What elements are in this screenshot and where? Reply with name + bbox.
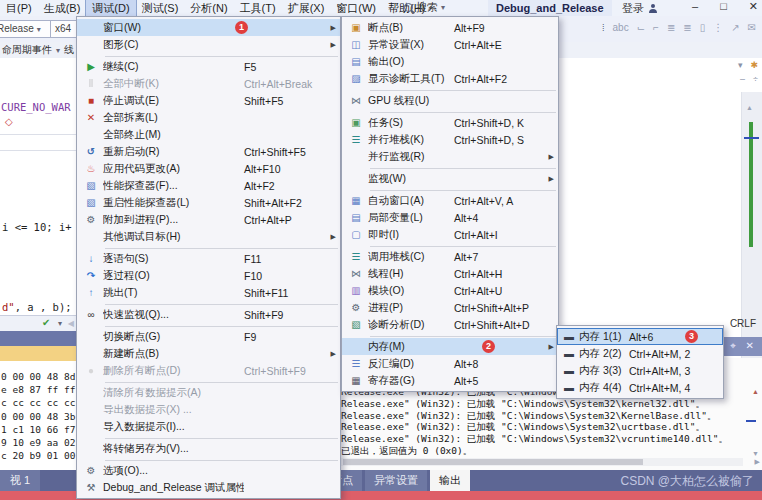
menu-item[interactable]: 选项(O)... (77, 462, 340, 479)
hex-row: 1 c1 10 66 f7 (0, 423, 76, 436)
scroll-right-icon[interactable]: ▶ (755, 458, 760, 466)
menu-item[interactable]: 快速监视(Q)... Shift+F9 (77, 306, 340, 323)
menu-item[interactable]: 自动窗口(A) Ctrl+Alt+V, A (342, 192, 558, 209)
menu-item[interactable]: 诊断分析(D) Ctrl+Shift+Alt+D (342, 316, 558, 333)
menu-item[interactable]: 停止调试(E) Shift+F5 (77, 92, 340, 109)
toolbar-icon[interactable]: ✉ (748, 22, 756, 33)
menu-item[interactable]: 继续(C) F5 (77, 58, 340, 75)
panel-tab[interactable]: 输出 (430, 470, 470, 491)
toolbar-icon[interactable]: ⌙ (637, 22, 645, 33)
menubar-item[interactable]: 扩展(X) (282, 0, 331, 17)
menu-item[interactable]: 内存(M) 2 ▶ (342, 338, 558, 355)
menu-item-icon (79, 78, 103, 89)
pin-icon[interactable]: ⌖ (730, 340, 736, 352)
toolbar-icon[interactable]: ≣ (667, 22, 675, 33)
menu-item[interactable]: 逐过程(O) F10 (77, 267, 340, 284)
toolbar-icon[interactable]: abc (613, 22, 629, 33)
toolbar-icon[interactable]: ⌐ (653, 22, 659, 33)
menu-item[interactable]: 异常设置(X) Ctrl+Alt+E (342, 36, 558, 53)
menu-item[interactable]: 全部拆离(L) (77, 109, 340, 126)
menu-item[interactable]: 内存 3(3) Ctrl+Alt+M, 3 (557, 362, 723, 379)
scroll-up-icon[interactable]: ▲ (752, 388, 759, 395)
menu-item[interactable]: 并行监视(R) ▶ (342, 148, 558, 165)
menu-item[interactable]: 导出数据提示(X) ... (77, 401, 340, 418)
menu-item[interactable]: 任务(S) Ctrl+Shift+D, K (342, 114, 558, 131)
minimize-button[interactable]: – (692, 0, 698, 13)
memory-hex-panel[interactable]: 0 00 00 48 8d e e8 87 ff ff c cc cc cc c… (0, 361, 76, 470)
close-icon[interactable]: ✕ (746, 340, 754, 351)
menubar-item[interactable]: 调试(D) (86, 0, 135, 17)
scroll-up-icon[interactable]: ▲ (746, 104, 753, 111)
menu-item[interactable]: 断点(B) Alt+F9 (342, 19, 558, 36)
vs-window: 目(P) 生成(B) 调试(D) 测试(S) 分析(N) 工具(T) 扩展(X)… (0, 0, 762, 500)
menu-item[interactable]: 逐语句(S) F11 (77, 250, 340, 267)
menu-item[interactable]: 删除所有断点(D) Ctrl+Shift+F9 (77, 362, 340, 379)
menu-item[interactable]: 模块(O) Ctrl+Alt+U (342, 282, 558, 299)
scrollbar-thumb[interactable] (343, 459, 643, 465)
toolbar-icon[interactable]: ⋮ (713, 22, 723, 33)
menu-item[interactable]: 图形(C) ▶ (77, 36, 340, 53)
menu-item[interactable]: 性能探查器(F)... Alt+F2 (77, 177, 340, 194)
scroll-down-icon[interactable]: ▼ (752, 450, 759, 457)
back-arrow-icon[interactable]: ◀ (68, 319, 74, 328)
search-box[interactable]: 搜索 ▾ (404, 0, 445, 15)
output-h-scrollbar[interactable] (339, 458, 743, 466)
panel-tab[interactable]: 异常设置 (365, 470, 427, 491)
menu-item[interactable]: 将转储另存为(V)... (77, 440, 340, 457)
menu-item[interactable]: 重启性能探查器(L) Shift+Alt+F2 (77, 194, 340, 211)
menu-item[interactable]: 输出(O) (342, 53, 558, 70)
menu-item[interactable]: 重新启动(R) Ctrl+Shift+F5 (77, 143, 340, 160)
menu-item[interactable]: 内存 1(1) Alt+6 3 (557, 328, 723, 345)
lifecycle-events-label[interactable]: 命周期事件 (2, 43, 52, 57)
menu-item[interactable]: 内存 2(2) Ctrl+Alt+M, 2 (557, 345, 723, 362)
menu-item-label: 窗口(W) (103, 21, 244, 35)
menu-item[interactable]: 导入数据提示(I)... (77, 418, 340, 435)
eol-indicator[interactable]: CRLF (730, 318, 756, 329)
toolbar-icon[interactable]: ↗ (731, 22, 739, 33)
menu-item[interactable]: 进程(P) Ctrl+Shift+Alt+P (342, 299, 558, 316)
menu-item[interactable]: 全部中断(K) Ctrl+Alt+Break (77, 75, 340, 92)
splitter-icon[interactable]: ÷ (753, 74, 758, 84)
menu-item-icon (344, 268, 368, 279)
menu-item[interactable]: 应用代码更改(A) Alt+F10 (77, 160, 340, 177)
toolbar-icon[interactable]: ▯ (700, 22, 706, 33)
menu-item[interactable]: 监视(W) ▶ (342, 170, 558, 187)
menu-item[interactable]: 显示诊断工具(T) Ctrl+Alt+F2 (342, 70, 558, 87)
menu-item[interactable]: 切换断点(G) F9 (77, 328, 340, 345)
menu-item[interactable]: 线程(H) Ctrl+Alt+H (342, 265, 558, 282)
close-button[interactable]: ✕ (749, 0, 758, 13)
configuration-dropdown[interactable]: Release▾ (0, 20, 54, 38)
sign-in[interactable]: 登录 (622, 1, 658, 16)
watch-tab[interactable]: 视 1 (0, 470, 40, 491)
menu-item[interactable]: 窗口(W) 1 ▶ (77, 19, 340, 36)
menubar-item[interactable]: 窗口(W) (330, 0, 382, 17)
menu-item[interactable]: 跳出(T) Shift+F11 (77, 284, 340, 301)
menu-item[interactable]: 清除所有数据提示(A) (77, 384, 340, 401)
chevron-down-icon[interactable]: ▾ (738, 60, 743, 70)
menu-item[interactable]: 反汇编(D) Alt+8 (342, 355, 558, 372)
menu-item[interactable]: 并行堆栈(K) Ctrl+Shift+D, S (342, 131, 558, 148)
menu-item[interactable]: 调用堆栈(C) Alt+7 (342, 248, 558, 265)
chevron-down-icon[interactable]: ▾ (58, 319, 62, 328)
menu-item[interactable]: 全部终止(M) (77, 126, 340, 143)
minus-icon[interactable]: – (740, 74, 745, 84)
maximize-button[interactable]: □ (720, 0, 727, 13)
menubar-item[interactable]: 测试(S) (136, 0, 185, 17)
toolbar-icon[interactable]: ≣ (683, 22, 691, 33)
toolbar-icon[interactable]: ⁞ (602, 23, 605, 33)
menubar-item[interactable]: 生成(B) (38, 0, 87, 17)
menu-item[interactable]: 内存 4(4) Ctrl+Alt+M, 4 (557, 379, 723, 396)
menubar-item[interactable]: 目(P) (0, 0, 38, 17)
menubar-item[interactable]: 分析(N) (184, 0, 233, 17)
menu-item[interactable]: 寄存器(G) Alt+5 (342, 372, 558, 389)
menu-item[interactable]: 附加到进程(P)... Ctrl+Alt+P (77, 211, 340, 228)
menubar-item[interactable]: 工具(T) (234, 0, 282, 17)
check-annotation-icon[interactable]: ✔ (42, 317, 50, 328)
menu-item[interactable]: 新建断点(B) ▶ (77, 345, 340, 362)
menu-item[interactable]: GPU 线程(U) (342, 92, 558, 109)
menu-item[interactable]: Debug_and_Release 调试属性 (77, 479, 340, 496)
menu-item[interactable]: 其他调试目标(H) ▶ (77, 228, 340, 245)
menu-item[interactable]: 局部变量(L) Alt+4 (342, 209, 558, 226)
menu-item[interactable]: 即时(I) Ctrl+Alt+I (342, 226, 558, 243)
settings-gear-icon[interactable]: ✱ (750, 60, 758, 70)
